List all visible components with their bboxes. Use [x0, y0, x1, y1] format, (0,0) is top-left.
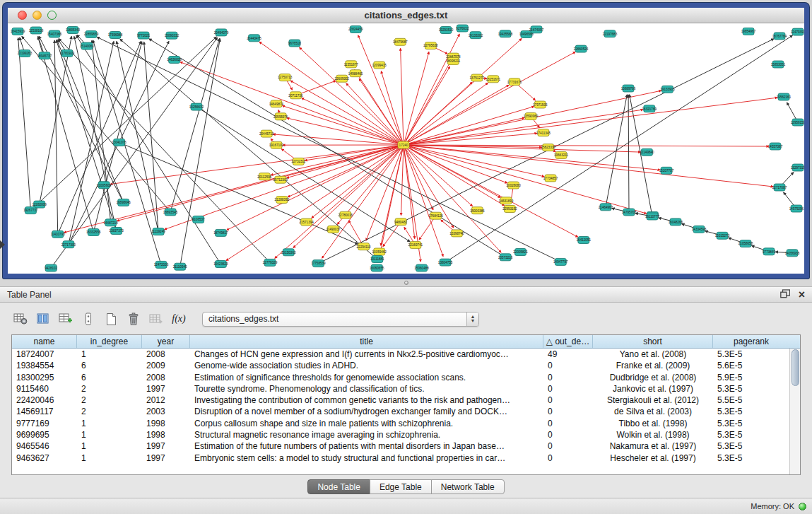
network-node[interactable]: 12750713: [278, 74, 293, 81]
split-divider[interactable]: [0, 279, 812, 286]
network-node[interactable]: 10359462: [372, 248, 387, 255]
network-node[interactable]: 22609302: [334, 75, 349, 82]
network-node[interactable]: 19435568: [498, 30, 513, 37]
network-node[interactable]: 11410793: [51, 230, 66, 238]
network-node[interactable]: 22795638: [423, 42, 438, 49]
network-node[interactable]: 19854967: [741, 28, 756, 35]
column-header-out_de[interactable]: △ out_de…: [543, 335, 593, 348]
network-node[interactable]: 9428102: [45, 264, 57, 271]
column-header-name[interactable]: name: [12, 335, 77, 348]
network-edge[interactable]: [404, 98, 777, 145]
network-node[interactable]: 14631819: [499, 197, 514, 204]
network-node[interactable]: 15000386: [470, 207, 485, 214]
network-node[interactable]: 16048266: [669, 218, 683, 226]
network-node[interactable]: 10889766: [621, 85, 636, 92]
network-node[interactable]: 15207707: [659, 167, 674, 174]
network-node[interactable]: 9276632: [456, 25, 469, 32]
network-node[interactable]: 20595976: [273, 113, 288, 120]
network-edge[interactable]: [290, 81, 404, 145]
network-edge[interactable]: [18, 37, 31, 210]
network-node[interactable]: 22824459: [348, 26, 363, 33]
network-node[interactable]: 19133905: [660, 86, 675, 93]
network-canvas[interactable]: 1724015823330106632111773485710028080229…: [8, 23, 804, 273]
network-node[interactable]: 11490037: [326, 226, 341, 233]
network-edge[interactable]: [445, 35, 792, 262]
delete-table-icon[interactable]: [124, 310, 143, 327]
network-node[interactable]: 15140060: [80, 42, 95, 49]
network-node[interactable]: 14056938: [785, 250, 800, 257]
network-node[interactable]: 12479393: [791, 28, 804, 35]
table-row[interactable]: 1456911722003Disruption of a novel membe…: [12, 406, 789, 417]
network-edge[interactable]: [404, 145, 773, 187]
network-node[interactable]: 14649874: [269, 100, 284, 107]
network-node[interactable]: 22197683: [603, 30, 618, 37]
network-node[interactable]: 21571394: [299, 218, 314, 226]
table-row[interactable]: 1830029562008Estimation of significance …: [12, 372, 789, 383]
network-node[interactable]: 20150363: [281, 249, 296, 256]
network-edge[interactable]: [348, 221, 363, 247]
network-node[interactable]: 21288393: [275, 197, 290, 204]
network-window-titlebar[interactable]: citations_edges.txt: [8, 8, 804, 23]
network-node[interactable]: 12472026: [154, 261, 169, 268]
network-node[interactable]: 15315273: [715, 232, 730, 239]
network-edge[interactable]: [57, 40, 123, 202]
table-row[interactable]: 977716911998Corpus callosum shape and si…: [12, 418, 789, 429]
new-table-icon[interactable]: [102, 310, 120, 327]
network-node[interactable]: 15823330: [541, 144, 555, 151]
network-node[interactable]: 19133202: [469, 32, 483, 39]
network-node[interactable]: 13837373: [109, 228, 124, 235]
network-node[interactable]: 22660524: [574, 45, 589, 52]
network-node[interactable]: 10663211: [554, 151, 569, 158]
network-node[interactable]: 22779329: [263, 259, 278, 266]
show-columns-icon[interactable]: [34, 310, 52, 327]
network-node[interactable]: 22717087: [772, 184, 787, 191]
column-header-pagerank[interactable]: pagerank: [713, 335, 789, 348]
network-node[interactable]: 9676518: [288, 40, 301, 47]
function-builder-icon[interactable]: f(x): [170, 310, 188, 327]
network-node[interactable]: 20573216: [498, 254, 513, 261]
network-node[interactable]: 11781929: [60, 49, 75, 57]
table-row[interactable]: 2242004622012Investigating the contribut…: [12, 395, 789, 406]
network-node[interactable]: 10423623: [213, 261, 228, 268]
network-node[interactable]: 9106537: [192, 216, 205, 223]
network-node[interactable]: 17734857: [543, 175, 558, 182]
network-edge[interactable]: [628, 95, 629, 212]
network-node[interactable]: 12959150: [791, 119, 804, 126]
network-node[interactable]: 16412051: [577, 237, 592, 244]
network-node[interactable]: 16332556: [86, 229, 101, 236]
network-node[interactable]: 15407386: [47, 30, 62, 37]
network-node[interactable]: 14557387: [768, 143, 783, 150]
network-node[interactable]: 13590969: [524, 113, 539, 120]
network-node[interactable]: 9772021: [137, 32, 150, 39]
network-node[interactable]: 9480482: [394, 218, 407, 226]
network-node[interactable]: 22859659: [84, 30, 99, 37]
network-node[interactable]: 18095211: [446, 57, 461, 64]
network-node[interactable]: 22993192: [502, 206, 517, 213]
network-node[interactable]: 20494079: [214, 29, 229, 36]
network-node[interactable]: 22780016: [339, 211, 353, 218]
network-edge[interactable]: [404, 145, 433, 210]
network-node[interactable]: 14988465: [348, 70, 363, 77]
network-node[interactable]: 22169741: [408, 242, 423, 249]
table-row[interactable]: 911546021997Tourette syndrome. Phenomeno…: [12, 383, 789, 395]
network-edge[interactable]: [69, 41, 114, 244]
network-node[interactable]: 19167102: [269, 141, 284, 148]
table-row[interactable]: 946554611997Estimation of the future num…: [12, 440, 789, 452]
network-edge[interactable]: [404, 145, 544, 177]
network-node[interactable]: 15093332: [165, 32, 180, 39]
network-node[interactable]: 14487214: [103, 219, 118, 226]
network-node[interactable]: 22294110: [357, 243, 372, 250]
network-node[interactable]: 18945737: [37, 52, 52, 59]
network-node[interactable]: 13297315: [791, 164, 804, 171]
network-node[interactable]: 21110545: [173, 263, 187, 270]
network-node[interactable]: 10028080: [506, 182, 521, 189]
network-node[interactable]: 11835343: [66, 27, 81, 34]
column-header-title[interactable]: title: [190, 335, 543, 348]
network-node[interactable]: 22717300: [61, 241, 76, 248]
network-node[interactable]: 21464963: [599, 204, 613, 211]
table-row[interactable]: 1872400712008Changes of HCN gene express…: [12, 349, 789, 360]
network-edge[interactable]: [404, 39, 522, 146]
column-header-in_degree[interactable]: in_degree: [77, 335, 142, 348]
network-node[interactable]: 15060488: [414, 264, 429, 271]
network-edge[interactable]: [149, 39, 506, 257]
